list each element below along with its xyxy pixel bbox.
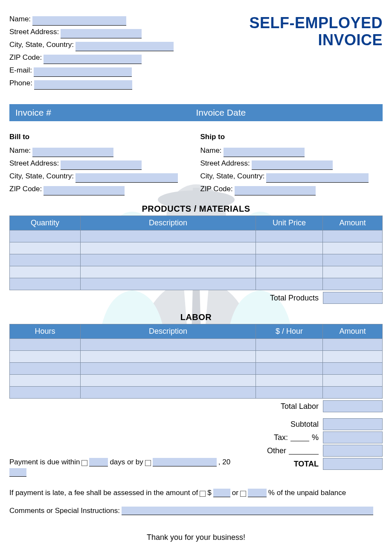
total-products-field[interactable] bbox=[323, 292, 383, 304]
comments-field[interactable] bbox=[122, 507, 373, 515]
table-row bbox=[10, 230, 383, 242]
ship-to-block: Ship to Name: Street Address: City, Stat… bbox=[200, 131, 383, 195]
bill-name-field[interactable] bbox=[32, 148, 113, 157]
due-year-field[interactable] bbox=[9, 468, 26, 477]
from-zip-label: ZIP Code: bbox=[9, 51, 42, 64]
from-name-label: Name: bbox=[9, 13, 31, 26]
late-fee-dollar-field[interactable] bbox=[213, 489, 230, 497]
ship-to-heading: Ship to bbox=[200, 131, 383, 143]
comments-label: Comments or Special Instructions: bbox=[9, 507, 120, 515]
ship-name-field[interactable] bbox=[224, 148, 305, 157]
late-fee-suffix: % of the unpaid balance bbox=[268, 489, 346, 497]
invoice-bar: Invoice # Invoice Date bbox=[9, 104, 383, 121]
due-date-checkbox[interactable] bbox=[145, 460, 151, 466]
labor-th-hours: Hours bbox=[10, 324, 81, 339]
invoice-date-label: Invoice Date bbox=[196, 108, 377, 118]
products-th-qty: Quantity bbox=[10, 216, 81, 230]
labor-th-amt: Amount bbox=[323, 324, 383, 339]
table-row bbox=[10, 266, 383, 278]
late-fee-or: or bbox=[232, 489, 238, 497]
from-phone-field[interactable] bbox=[34, 80, 132, 90]
bill-street-field[interactable] bbox=[61, 160, 142, 170]
ship-street-label: Street Address: bbox=[200, 157, 250, 170]
total-labor-field[interactable] bbox=[323, 400, 383, 412]
ship-city-label: City, State, Country: bbox=[200, 170, 265, 183]
products-th-amt: Amount bbox=[323, 216, 383, 230]
ship-street-field[interactable] bbox=[252, 160, 333, 170]
from-street-field[interactable] bbox=[61, 29, 142, 38]
table-row bbox=[10, 339, 383, 351]
late-fee-percent-checkbox[interactable] bbox=[240, 491, 246, 497]
ship-name-label: Name: bbox=[200, 144, 222, 157]
table-row bbox=[10, 351, 383, 363]
ship-zip-label: ZIP Code: bbox=[200, 183, 233, 195]
labor-section-title: LABOR bbox=[9, 312, 383, 322]
document-title: SELF-EMPLOYED INVOICE bbox=[249, 13, 383, 49]
tax-percent-field[interactable] bbox=[290, 434, 309, 441]
from-street-label: Street Address: bbox=[9, 26, 59, 38]
from-email-label: E-mail: bbox=[9, 64, 32, 77]
bill-zip-label: ZIP Code: bbox=[9, 183, 42, 195]
from-phone-label: Phone: bbox=[9, 77, 32, 90]
bill-street-label: Street Address: bbox=[9, 157, 59, 170]
total-field[interactable] bbox=[323, 458, 383, 470]
table-row bbox=[10, 363, 383, 375]
title-line1: SELF-EMPLOYED bbox=[249, 15, 383, 32]
ship-city-field[interactable] bbox=[266, 173, 369, 183]
from-block: Name: Street Address: City, State, Count… bbox=[9, 13, 174, 90]
labor-table: Hours Description $ / Hour Amount bbox=[9, 324, 383, 399]
bill-city-field[interactable] bbox=[75, 173, 178, 183]
bill-to-block: Bill to Name: Street Address: City, Stat… bbox=[9, 131, 192, 195]
title-line2: INVOICE bbox=[249, 32, 383, 49]
from-city-field[interactable] bbox=[75, 42, 174, 51]
products-th-price: Unit Price bbox=[256, 216, 322, 230]
other-label: Other bbox=[267, 446, 286, 455]
due-date-field[interactable] bbox=[153, 458, 217, 466]
from-name-field[interactable] bbox=[32, 16, 126, 26]
bill-name-label: Name: bbox=[9, 144, 31, 157]
table-row bbox=[10, 278, 383, 290]
table-row bbox=[10, 242, 383, 254]
table-row bbox=[10, 375, 383, 387]
bill-to-heading: Bill to bbox=[9, 131, 192, 143]
labor-th-rate: $ / Hour bbox=[256, 324, 322, 339]
other-desc-field[interactable] bbox=[289, 447, 319, 455]
subtotal-label: Subtotal bbox=[290, 420, 323, 429]
from-email-field[interactable] bbox=[34, 67, 132, 77]
labor-th-desc: Description bbox=[81, 324, 256, 339]
due-days-field[interactable] bbox=[89, 458, 108, 466]
thank-you-text: Thank you for your business! bbox=[9, 533, 383, 542]
late-fee-dollar-checkbox[interactable] bbox=[200, 491, 206, 497]
payment-terms-days: days or by bbox=[110, 458, 143, 466]
from-city-label: City, State, Country: bbox=[9, 38, 74, 51]
payment-terms-year-prefix: , 20 bbox=[218, 458, 230, 466]
total-labor-label: Total Labor bbox=[281, 402, 323, 411]
products-section-title: PRODUCTS / MATERIALS bbox=[9, 204, 383, 214]
total-products-label: Total Products bbox=[270, 294, 323, 303]
late-fee-percent-field[interactable] bbox=[248, 489, 267, 497]
payment-terms-prefix: Payment is due within bbox=[9, 458, 80, 466]
invoice-number-label: Invoice # bbox=[15, 108, 196, 118]
tax-suffix: % bbox=[312, 433, 319, 442]
late-fee-prefix: If payment is late, a fee shall be asses… bbox=[9, 489, 198, 497]
tax-amount-field[interactable] bbox=[323, 431, 383, 443]
table-row bbox=[10, 387, 383, 399]
table-row bbox=[10, 254, 383, 266]
products-table: Quantity Description Unit Price Amount bbox=[9, 216, 383, 290]
ship-zip-field[interactable] bbox=[235, 186, 316, 195]
from-zip-field[interactable] bbox=[44, 55, 142, 64]
other-amount-field[interactable] bbox=[323, 445, 383, 457]
late-fee-dollar: $ bbox=[207, 489, 211, 497]
bill-city-label: City, State, Country: bbox=[9, 170, 74, 183]
subtotal-field[interactable] bbox=[323, 418, 383, 430]
bill-zip-field[interactable] bbox=[44, 186, 125, 195]
due-days-checkbox[interactable] bbox=[81, 460, 87, 466]
products-th-desc: Description bbox=[81, 216, 256, 230]
tax-label: Tax: bbox=[274, 433, 288, 442]
total-label: TOTAL bbox=[294, 460, 323, 469]
